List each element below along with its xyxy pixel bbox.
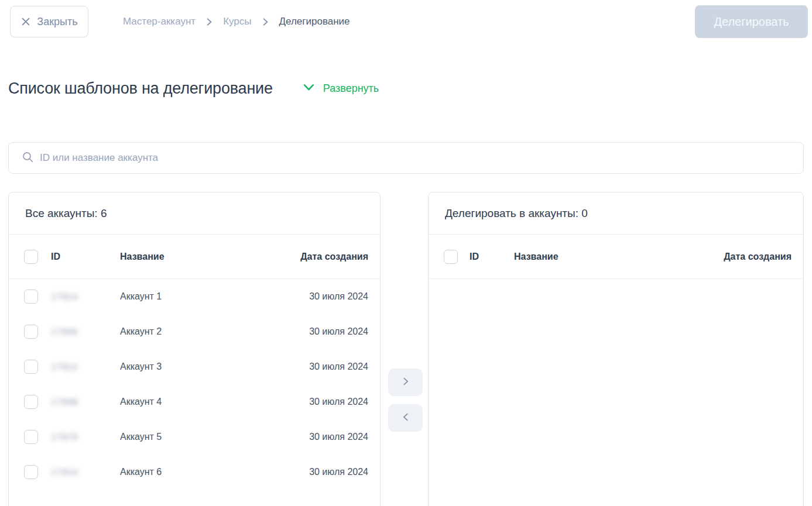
chevron-right-icon bbox=[205, 18, 214, 26]
move-left-button[interactable] bbox=[388, 404, 423, 432]
account-name: Аккаунт 2 bbox=[120, 326, 296, 337]
column-header-date: Дата создания bbox=[300, 252, 368, 262]
column-header-id: ID bbox=[51, 252, 107, 262]
row-checkbox[interactable] bbox=[24, 290, 38, 304]
account-id-blurred: 17979 bbox=[51, 432, 78, 442]
column-header-id: ID bbox=[470, 252, 502, 262]
chevron-right-icon bbox=[400, 376, 411, 388]
select-all-checkbox[interactable] bbox=[24, 250, 38, 264]
account-created-date: 30 июля 2024 bbox=[309, 467, 368, 477]
all-accounts-header-row: ID Название Дата создания bbox=[9, 235, 380, 279]
account-id-blurred: 17912 bbox=[51, 362, 78, 371]
account-name: Аккаунт 6 bbox=[120, 467, 296, 477]
breadcrumb-item-courses[interactable]: Курсы bbox=[223, 16, 251, 27]
search-input[interactable] bbox=[40, 152, 794, 164]
account-created-date: 30 июля 2024 bbox=[309, 326, 368, 337]
search-icon bbox=[22, 151, 34, 166]
chevron-right-icon bbox=[261, 18, 270, 26]
table-row[interactable]: 17938 Аккаунт 4 30 июля 2024 bbox=[9, 384, 380, 419]
delegate-targets-header-row: ID Название Дата создания bbox=[429, 235, 803, 279]
breadcrumb: Мастер-аккаунт Курсы Делегирование bbox=[123, 6, 350, 37]
expand-toggle[interactable]: Развернуть bbox=[302, 81, 379, 97]
breadcrumb-item-delegation: Делегирование bbox=[279, 16, 350, 27]
column-header-name: Название bbox=[514, 252, 712, 262]
row-checkbox[interactable] bbox=[24, 430, 38, 444]
account-name: Аккаунт 3 bbox=[120, 362, 296, 372]
row-checkbox[interactable] bbox=[24, 360, 38, 374]
column-header-name: Название bbox=[120, 252, 287, 262]
table-row[interactable]: 17936 Аккаунт 2 30 июля 2024 bbox=[9, 314, 380, 349]
account-id-blurred: 17914 bbox=[51, 467, 78, 477]
breadcrumb-item-master-account[interactable]: Мастер-аккаунт bbox=[123, 16, 196, 27]
search-box bbox=[8, 142, 804, 174]
delegate-targets-panel: Делегировать в аккаунты: 0 ID Название Д… bbox=[428, 192, 804, 506]
account-id-blurred: 17914 bbox=[51, 291, 78, 301]
all-accounts-body: 17914 Аккаунт 1 30 июля 2024 17936 Аккау… bbox=[9, 279, 380, 490]
account-created-date: 30 июля 2024 bbox=[309, 291, 368, 302]
row-checkbox[interactable] bbox=[24, 325, 38, 339]
account-id-blurred: 17938 bbox=[51, 397, 78, 407]
chevron-down-icon bbox=[302, 81, 316, 97]
table-row[interactable]: 17914 Аккаунт 6 30 июля 2024 bbox=[9, 455, 380, 490]
select-all-checkbox[interactable] bbox=[444, 250, 458, 264]
close-button-label: Закрыть bbox=[37, 16, 77, 28]
heading-row: Список шаблонов на делегирование Разверн… bbox=[8, 80, 379, 98]
delegate-button[interactable]: Делегировать bbox=[695, 5, 808, 38]
move-right-button[interactable] bbox=[388, 369, 423, 396]
table-row[interactable]: 17912 Аккаунт 3 30 июля 2024 bbox=[9, 349, 380, 384]
account-name: Аккаунт 5 bbox=[120, 432, 296, 442]
delegate-targets-title: Делегировать в аккаунты: 0 bbox=[429, 192, 803, 235]
account-created-date: 30 июля 2024 bbox=[309, 397, 368, 407]
column-header-date: Дата создания bbox=[724, 252, 792, 262]
all-accounts-title: Все аккаунты: 6 bbox=[9, 192, 380, 235]
all-accounts-panel: Все аккаунты: 6 ID Название Дата создани… bbox=[8, 192, 381, 506]
close-icon bbox=[20, 16, 31, 27]
account-created-date: 30 июля 2024 bbox=[309, 362, 368, 372]
page-title: Список шаблонов на делегирование bbox=[8, 80, 273, 98]
close-button[interactable]: Закрыть bbox=[10, 6, 88, 37]
row-checkbox[interactable] bbox=[24, 395, 38, 409]
table-row[interactable]: 17979 Аккаунт 5 30 июля 2024 bbox=[9, 419, 380, 455]
row-checkbox[interactable] bbox=[24, 465, 38, 479]
chevron-left-icon bbox=[400, 412, 411, 424]
delegation-page: Закрыть Мастер-аккаунт Курсы Делегирован… bbox=[0, 0, 812, 506]
account-name: Аккаунт 4 bbox=[120, 397, 296, 407]
expand-toggle-label: Развернуть bbox=[323, 82, 379, 95]
account-name: Аккаунт 1 bbox=[120, 291, 296, 302]
table-row[interactable]: 17914 Аккаунт 1 30 июля 2024 bbox=[9, 279, 380, 314]
account-created-date: 30 июля 2024 bbox=[309, 432, 368, 442]
account-id-blurred: 17936 bbox=[51, 326, 78, 336]
